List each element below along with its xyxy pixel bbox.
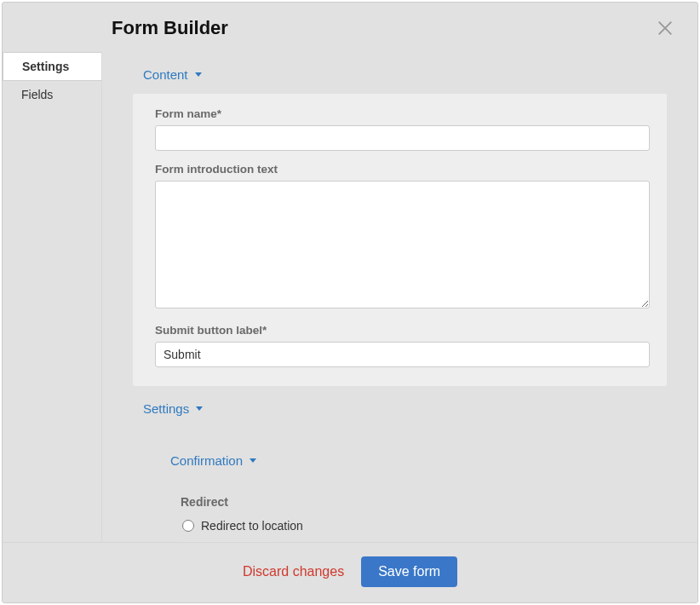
field-intro-text: Form introduction text xyxy=(155,163,650,312)
discard-button[interactable]: Discard changes xyxy=(243,564,344,579)
sidebar: Settings Fields xyxy=(3,52,101,542)
section-toggle-content[interactable]: Content xyxy=(102,52,697,94)
section-label: Content xyxy=(143,67,188,82)
redirect-radio-row: Redirect to location xyxy=(102,519,697,541)
content-card: Form name* Form introduction text Submit… xyxy=(133,94,667,386)
section-label: Settings xyxy=(143,401,189,416)
save-button[interactable]: Save form xyxy=(361,556,457,587)
content-scroll-area[interactable]: Content Form name* Form introduction tex… xyxy=(101,52,697,542)
redirect-location-radio[interactable] xyxy=(182,520,194,532)
modal-body: Settings Fields Content Form name* xyxy=(3,52,697,542)
redirect-heading: Redirect xyxy=(102,480,697,519)
section-toggle-settings[interactable]: Settings xyxy=(102,386,697,428)
intro-text-textarea[interactable] xyxy=(155,181,650,308)
submit-label-label: Submit button label* xyxy=(155,324,650,337)
sidebar-tab-settings[interactable]: Settings xyxy=(3,52,101,81)
form-builder-modal: Form Builder Settings Fields Content xyxy=(2,2,698,603)
truncated-control xyxy=(182,541,278,542)
modal-header: Form Builder xyxy=(3,3,697,52)
redirect-location-label: Redirect to location xyxy=(201,519,303,533)
section-label: Confirmation xyxy=(170,453,243,468)
intro-text-label: Form introduction text xyxy=(155,163,650,176)
submit-label-input[interactable] xyxy=(155,342,650,367)
close-button[interactable] xyxy=(653,16,677,40)
modal-footer: Discard changes Save form xyxy=(3,542,697,602)
caret-down-icon xyxy=(195,72,202,77)
form-name-label: Form name* xyxy=(155,107,650,120)
caret-down-icon xyxy=(250,458,256,463)
modal-title: Form Builder xyxy=(112,17,228,39)
content-inner: Content Form name* Form introduction tex… xyxy=(102,52,697,542)
form-name-input[interactable] xyxy=(155,125,650,151)
field-form-name: Form name* xyxy=(155,107,650,151)
sidebar-tab-label: Fields xyxy=(21,88,53,101)
close-icon xyxy=(656,19,674,37)
caret-down-icon xyxy=(196,406,203,411)
sidebar-tab-fields[interactable]: Fields xyxy=(3,81,101,108)
sidebar-tab-label: Settings xyxy=(22,60,69,73)
section-toggle-confirmation[interactable]: Confirmation xyxy=(102,428,697,480)
field-submit-label: Submit button label* xyxy=(155,324,650,367)
